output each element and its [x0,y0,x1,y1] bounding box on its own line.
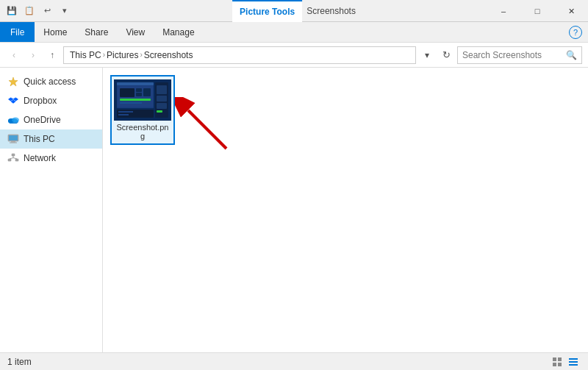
svg-line-38 [188,110,226,149]
status-bar: 1 item [0,352,588,370]
search-icon: 🔍 [566,50,577,60]
svg-rect-15 [15,159,18,161]
undo-button[interactable]: ↩ [40,4,54,18]
title-bar: 💾 📋 ↩ ▾ Picture Tools Screenshots – □ ✕ [0,0,588,22]
svg-rect-31 [157,96,167,102]
star-icon [7,76,19,88]
svg-line-18 [13,158,17,160]
view-controls [550,355,581,369]
search-bar: 🔍 [457,46,582,64]
back-button[interactable]: ‹ [6,47,22,63]
svg-rect-25 [136,93,142,96]
item-count: 1 item [7,357,32,367]
svg-rect-13 [12,154,15,156]
svg-rect-40 [558,357,562,361]
bc-pictures: Pictures [107,50,138,60]
sidebar-item-onedrive[interactable]: OneDrive [0,110,102,129]
svg-rect-42 [558,363,562,366]
window-title: Screenshots [306,6,356,16]
forward-button[interactable]: › [25,47,41,63]
sidebar-label-quick-access: Quick access [24,77,76,87]
svg-rect-41 [553,363,556,366]
svg-rect-26 [143,88,151,96]
file-grid: Screenshot.png [110,75,581,145]
breadcrumb[interactable]: This PC › Pictures › Screenshots [63,46,416,64]
close-button[interactable]: ✕ [554,0,588,22]
file-item-screenshot[interactable]: Screenshot.png [110,75,175,145]
address-bar: ‹ › ↑ This PC › Pictures › Screenshots ▾… [0,43,588,68]
file-name: Screenshot.png [115,123,171,140]
bc-screenshots: Screenshots [144,50,193,60]
svg-rect-45 [569,364,578,366]
minimize-button[interactable]: – [487,0,520,22]
svg-rect-27 [120,99,151,101]
up-button[interactable]: ↑ [44,47,60,63]
title-bar-label: Picture Tools Screenshots [232,0,356,21]
window-controls: – □ ✕ [487,0,588,21]
quick-access-toolbar: 💾 📋 ↩ ▾ [0,0,76,21]
save-button[interactable]: 💾 [4,4,19,18]
svg-rect-21 [117,82,154,85]
menu-manage[interactable]: Manage [154,22,203,42]
search-input[interactable] [462,50,563,60]
svg-line-17 [10,158,13,160]
svg-point-8 [12,118,19,123]
dropbox-icon [7,95,19,107]
menu-bar: File Home Share View Manage ? [0,22,588,43]
sidebar-item-dropbox[interactable]: Dropbox [0,91,102,110]
menu-home[interactable]: Home [35,22,76,42]
arrow-annotation [175,97,234,158]
sidebar-label-dropbox: Dropbox [24,96,57,106]
sidebar-item-quick-access[interactable]: Quick access [0,72,102,91]
sidebar-label-onedrive: OneDrive [24,115,61,125]
svg-rect-33 [157,110,162,113]
svg-rect-32 [157,103,167,109]
svg-rect-35 [118,111,133,113]
sidebar-item-network[interactable]: Network [0,149,102,168]
svg-rect-43 [569,358,578,360]
sidebar-item-this-pc[interactable]: This PC [0,129,102,149]
sidebar: Quick access Dropbox [0,68,103,352]
svg-rect-28 [120,102,142,104]
svg-rect-36 [118,114,129,115]
svg-rect-44 [569,361,578,363]
svg-rect-14 [8,159,11,161]
picture-tools-tab[interactable]: Picture Tools [232,0,302,22]
svg-rect-23 [120,88,135,97]
svg-marker-0 [9,77,18,86]
onedrive-icon [7,114,19,126]
main-layout: Quick access Dropbox [0,68,588,352]
help-button[interactable]: ? [569,26,582,39]
large-icon-view-button[interactable] [550,355,564,369]
sidebar-label-this-pc: This PC [24,134,55,144]
file-thumbnail [114,79,171,121]
menu-view[interactable]: View [117,22,154,42]
details-view-button[interactable] [566,355,581,369]
qat-dropdown[interactable]: ▾ [57,4,72,18]
bc-sep-1: › [103,51,105,59]
svg-rect-39 [553,357,556,361]
dropdown-button[interactable]: ▾ [419,47,435,63]
bc-thispc: This PC [70,50,101,60]
menu-right: ? [569,22,588,42]
maximize-button[interactable]: □ [520,0,554,22]
svg-rect-30 [157,85,167,94]
refresh-button[interactable]: ↻ [438,47,454,63]
svg-rect-34 [117,110,154,118]
menu-share[interactable]: Share [76,22,117,42]
picture-tools-label: Picture Tools [240,7,295,17]
svg-rect-11 [11,141,15,143]
menu-file[interactable]: File [0,22,35,42]
computer-icon [7,133,19,145]
svg-rect-10 [9,135,18,140]
svg-rect-12 [10,143,17,143]
network-icon [7,152,19,164]
properties-button[interactable]: 📋 [22,4,37,18]
content-area: Screenshot.png [103,68,588,352]
bc-sep-2: › [140,51,142,59]
sidebar-label-network: Network [24,153,56,163]
svg-rect-24 [136,88,142,92]
